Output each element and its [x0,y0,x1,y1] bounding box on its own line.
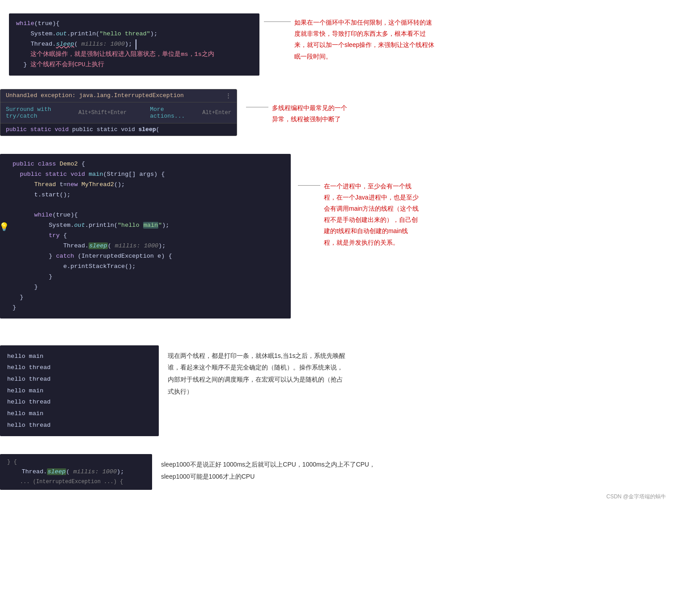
terminal-line-5: hello thread [7,396,152,408]
annotation-text-5: sleep1000不是说正好 1000ms之后就可以上CPU，1000ms之内上… [161,459,375,482]
annotation-arrow-2: 多线程编程中最常见的一个 异常，线程被强制中断了 [246,102,347,125]
code-block-sleep: } { Thread.sleep( millis: 1000); ... (In… [0,454,152,490]
annotation-arrow-3: 在一个进程中，至少会有一个线 程，在一个Java进程中，也是至少 会有调用mai… [298,181,419,248]
code-block-demo2: public class Demo2 { public static void … [0,154,291,319]
more-actions-action[interactable]: More actions... [150,106,188,119]
annotation-text-3: 在一个进程中，至少会有一个线 程，在一个Java进程中，也是至少 会有调用mai… [324,181,419,248]
terminal-line-2: hello thread [7,362,152,374]
watermark: CSDN @金字塔端的蜗牛 [606,493,666,501]
annotation-text-1: 如果在一个循环中不加任何限制，这个循环转的速 度就非常快，导致打印的东西太多，根… [294,17,434,62]
annotation-text-2: 多线程编程中最常见的一个 异常，线程被强制中断了 [272,102,347,125]
annotation-text-4: 现在两个线程，都是打印一条，就休眠1s,当1s之后，系统先唤醒 谁，看起来这个顺… [168,350,345,397]
ide-popup-block: Unhandled exception: java.lang.Interrupt… [0,89,237,136]
surround-try-catch-action[interactable]: Surround with try/catch [6,106,64,119]
terminal-line-1: hello main [7,351,152,362]
code-block-1: while(true){ System.out.println("hello t… [9,13,259,76]
shortcut2-label: Alt+Enter [202,110,231,116]
shortcut1-label: Alt+Shift+Enter [78,110,127,116]
terminal-line-7: hello thread [7,420,152,431]
terminal-line-3: hello thread [7,374,152,385]
terminal-line-4: hello main [7,385,152,397]
terminal-output-block: hello main hello thread hello thread hel… [0,345,159,436]
annotation-arrow-1: 如果在一个循环中不加任何限制，这个循环转的速 度就非常快，导致打印的东西太多，根… [264,17,434,62]
more-options-icon[interactable]: ⋮ [225,92,231,99]
terminal-line-6: hello main [7,408,152,420]
